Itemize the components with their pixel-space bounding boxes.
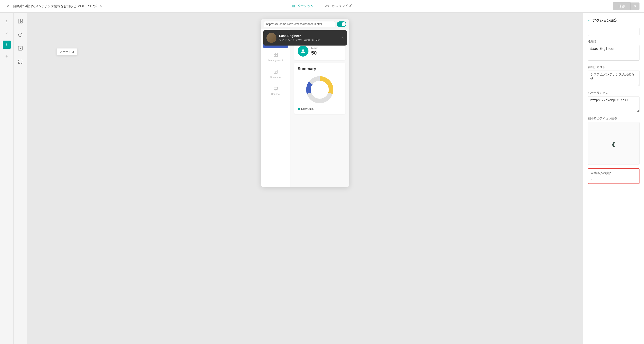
layout-icon[interactable] [16, 17, 24, 25]
save-dropdown-button[interactable]: ▼ [630, 2, 640, 10]
edit-icon[interactable]: ✎ [100, 4, 102, 8]
panel-title: アクション設定 [592, 18, 618, 23]
nav-label-channel: Channel [271, 93, 280, 95]
topbar: × 自動縮小通知でメンテナンス情報をお知らせ_v1.0 › alDa策 ✎ ⊞ … [0, 0, 644, 13]
new-customer-label: New Cust... [301, 107, 315, 110]
notification-name-input[interactable] [588, 45, 640, 61]
notification-avatar [266, 33, 276, 43]
banner-link-input[interactable] [588, 96, 640, 112]
notification-title: Saas Engineer [279, 34, 338, 38]
svg-rect-1 [20, 19, 22, 21]
main-layout: 1 2 3 + [0, 13, 644, 344]
topbar-left: × 自動縮小通知でメンテナンス情報をお知らせ_v1.0 › alDa策 ✎ [4, 3, 102, 9]
play-icon[interactable] [16, 44, 24, 52]
notification-close-button[interactable]: × [341, 36, 344, 40]
auto-minimize-input[interactable] [590, 177, 637, 181]
card-row: New 50 [298, 46, 342, 56]
panel-header: ⌂ アクション設定 [588, 18, 640, 23]
top-empty-input[interactable] [588, 28, 640, 36]
auto-minimize-label: 自動縮小の秒数 [590, 171, 637, 175]
state-1[interactable]: 1 [3, 17, 11, 25]
detail-text-label: 詳細テキスト [588, 65, 640, 69]
channel-icon [274, 87, 278, 92]
breadcrumb-main: 自動縮小通知でメンテナンス情報をお知らせ_v1.0 [13, 4, 84, 8]
avatar-image [266, 33, 276, 43]
svg-rect-7 [274, 53, 276, 54]
document-icon [274, 70, 278, 75]
icon-preview-box: ‹ [588, 122, 640, 165]
new-customer-badge: New Cust... [298, 107, 342, 110]
canvas-area: ステート 3 Saas Engineer システムメンテナンスのお知らせ × [27, 13, 583, 344]
state-sidebar: 1 2 3 + [0, 13, 14, 344]
app-main: DashBoard New 50 [290, 29, 349, 187]
state-tooltip: ステート 3 [56, 48, 78, 55]
management-icon [274, 53, 278, 58]
svg-point-16 [302, 49, 304, 51]
notification-body: システムメンテナンスのお知らせ [279, 38, 338, 42]
app-nav: ⌂ Dashboard Management [261, 29, 290, 187]
banner-link-label: バナーリンク先 [588, 91, 640, 95]
svg-line-4 [19, 33, 22, 36]
right-panel: ⌂ アクション設定 通知名 詳細テキスト バナーリンク先 縮小時のアイコン画像 … [583, 13, 644, 344]
svg-rect-2 [20, 21, 22, 23]
panel-home-icon: ⌂ [588, 18, 590, 23]
summary-title: Summary [298, 66, 342, 71]
nav-label-document: Document [270, 76, 281, 78]
chevron-left-icon: ‹ [612, 136, 616, 151]
browser-mockup: Saas Engineer システムメンテナンスのお知らせ × ⌂ Dashbo… [261, 19, 349, 187]
breadcrumb-arrow: › [85, 4, 86, 8]
svg-rect-10 [276, 55, 278, 56]
notification-text: Saas Engineer システムメンテナンスのお知らせ [279, 34, 338, 42]
detail-text-input[interactable] [588, 70, 640, 86]
auto-minimize-section: 自動縮小の秒数 [588, 168, 640, 184]
user-avatar-icon [298, 46, 308, 56]
state-2[interactable]: 2 [3, 29, 11, 37]
close-button[interactable]: × [4, 3, 11, 9]
donut-visual [306, 76, 333, 103]
save-button[interactable]: 保存 [613, 2, 630, 10]
donut-chart [298, 74, 342, 105]
svg-marker-6 [20, 47, 22, 49]
nav-item-channel[interactable]: Channel [261, 83, 290, 98]
notification-name-label: 通知名 [588, 39, 640, 43]
app-content: ⌂ Dashboard Management [261, 29, 349, 187]
state-3[interactable]: 3 [3, 40, 11, 49]
breadcrumb-sub: alDa策 [88, 4, 98, 8]
expand-icon[interactable] [16, 58, 24, 66]
state-add-button[interactable]: + [3, 52, 11, 60]
card-stats: New 50 [311, 46, 318, 56]
card-new-number: 50 [311, 50, 318, 56]
top-spacer [588, 28, 640, 36]
tab-customize-icon: </> [325, 4, 330, 8]
tag-icon[interactable] [16, 31, 24, 39]
breadcrumb: 自動縮小通知でメンテナンス情報をお知らせ_v1.0 › alDa策 ✎ [13, 4, 102, 8]
tab-basic[interactable]: ⊞ ベーシック [287, 2, 319, 10]
svg-rect-0 [18, 19, 20, 23]
topbar-right: 保存 ▼ [613, 2, 640, 10]
state-divider [4, 65, 10, 65]
card-new-label: New [311, 46, 318, 50]
badge-dot [298, 108, 300, 110]
browser-bar [261, 19, 349, 29]
toggle-switch[interactable] [337, 21, 346, 27]
icon-image-label: 縮小時のアイコン画像 [588, 117, 640, 121]
summary-card: Summary New Cust... [294, 63, 346, 114]
tab-basic-icon: ⊞ [292, 4, 295, 8]
tool-sidebar [14, 13, 27, 344]
url-input[interactable] [264, 21, 335, 27]
topbar-tabs: ⊞ ベーシック </> カスタマイズ [287, 2, 357, 10]
svg-rect-9 [274, 55, 276, 56]
nav-item-document[interactable]: Document [261, 66, 290, 82]
svg-rect-8 [276, 53, 278, 54]
tab-customize[interactable]: </> カスタマイズ [319, 2, 357, 10]
nav-item-management[interactable]: Management [261, 50, 290, 65]
svg-rect-15 [274, 87, 278, 89]
nav-label-management: Management [268, 59, 283, 61]
notification-popup: Saas Engineer システムメンテナンスのお知らせ × [263, 30, 347, 45]
